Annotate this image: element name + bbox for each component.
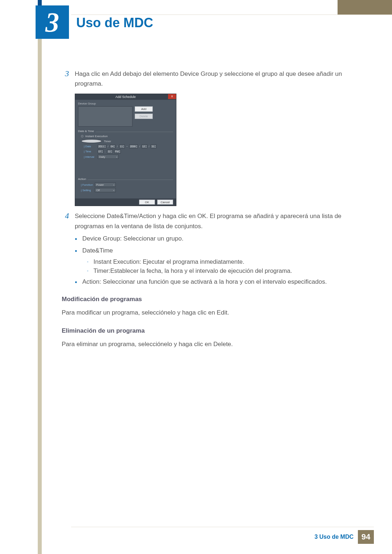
- sep: /: [139, 145, 140, 148]
- list-text: Date&Time: [82, 246, 113, 255]
- date-row: | Date 2011▴▾ / 04▴▾ / 11▴▾ ~ 2099▴▾ / 1…: [84, 144, 173, 148]
- setting-select[interactable]: Off▾: [95, 188, 116, 192]
- list-text: Device Group: Seleccionar un grupo.: [82, 234, 184, 243]
- bullet-icon: ●: [75, 279, 77, 287]
- bullet-icon: ▫: [87, 260, 89, 265]
- list-item: ▫Instant Execution: Ejecutar el programa…: [87, 258, 367, 265]
- month-to-stepper[interactable]: 12▴▾: [142, 144, 147, 148]
- bullet-icon: ●: [75, 236, 77, 243]
- tilde: ~: [126, 145, 128, 148]
- close-icon[interactable]: x: [168, 94, 176, 99]
- interval-select[interactable]: Daily▾: [98, 155, 119, 159]
- function-row-label: | Function: [81, 183, 93, 186]
- date-row-label: | Date: [84, 145, 96, 148]
- minute-stepper[interactable]: 22▴▾: [107, 149, 113, 153]
- section-body-delete: Para eliminar un programa, selecciónelo …: [62, 340, 367, 349]
- setting-row: | Setting Off▾: [81, 188, 173, 192]
- page-number: 94: [358, 530, 374, 544]
- list-item: ●Date&Time: [75, 246, 367, 255]
- header-accent: [338, 0, 392, 15]
- action-label: Action: [78, 177, 87, 181]
- delete-button: Delete: [135, 114, 153, 119]
- add-button[interactable]: Add: [135, 106, 153, 112]
- time-row-label: | Time: [84, 150, 96, 153]
- year-to-stepper[interactable]: 2099▴▾: [129, 144, 138, 148]
- section-heading-delete: Eliminación de un programa: [62, 327, 367, 335]
- datetime-label: Date & Time: [78, 130, 95, 133]
- list-text: Instant Execution: Ejecutar el programa …: [94, 258, 244, 265]
- step-text: Haga clic en Add debajo del elemento Dev…: [75, 69, 367, 89]
- sep: /: [149, 145, 150, 148]
- instant-execution-radio[interactable]: Instant Execution: [81, 135, 173, 138]
- cancel-button[interactable]: Cancel: [157, 200, 173, 205]
- dialog-title: Add Schedule x: [75, 94, 176, 100]
- footer-text: 3 Uso de MDC: [314, 534, 354, 540]
- ampm-stepper[interactable]: PM▴▾: [114, 149, 121, 153]
- interval-row-label: | Interval: [84, 155, 96, 159]
- header-rule: [71, 15, 392, 15]
- day-from-stepper[interactable]: 11▴▾: [119, 144, 125, 148]
- col: :: [105, 150, 106, 153]
- page-title: Uso de MDC: [76, 15, 153, 30]
- list-text: Action: Seleccionar una función que se a…: [82, 277, 327, 287]
- device-group-label: Device Group: [78, 102, 173, 105]
- sep: /: [108, 145, 109, 148]
- sep: /: [117, 145, 118, 148]
- page-footer: 3 Uso de MDC 94: [314, 530, 374, 544]
- list-text: Timer:Establecer la fecha, la hora y el …: [94, 267, 292, 274]
- footer-rule: [71, 527, 374, 527]
- year-from-stepper[interactable]: 2011▴▾: [98, 144, 106, 148]
- list-item: ●Action: Seleccionar una función que se …: [75, 277, 367, 287]
- dialog-title-text: Add Schedule: [115, 95, 136, 99]
- content-area: 3 Haga clic en Add debajo del elemento D…: [62, 69, 367, 349]
- month-from-stepper[interactable]: 04▴▾: [110, 144, 116, 148]
- step-number: 3: [62, 69, 69, 89]
- time-row: | Time 07▴▾ : 22▴▾ PM▴▾: [84, 149, 173, 153]
- section-heading-modify: Modificación de programas: [62, 296, 367, 303]
- timer-radio[interactable]: Timer: [81, 139, 173, 143]
- bullet-icon: ●: [75, 248, 77, 255]
- left-rail-bar: [38, 36, 42, 554]
- instant-execution-label: Instant Execution: [85, 135, 107, 138]
- bullet-icon: ▫: [87, 269, 89, 274]
- function-select[interactable]: Power▾: [95, 182, 116, 187]
- hour-stepper[interactable]: 07▴▾: [98, 149, 103, 153]
- list-item: ●Device Group: Seleccionar un grupo.: [75, 234, 367, 243]
- section-body-modify: Para modificar un programa, selecciónelo…: [62, 308, 367, 317]
- interval-row: | Interval Daily▾: [84, 155, 173, 159]
- ok-button[interactable]: OK: [139, 200, 155, 205]
- step-text: Seleccione Date&Time/Action y haga clic …: [75, 211, 367, 231]
- step-3: 3 Haga clic en Add debajo del elemento D…: [62, 69, 367, 89]
- function-row: | Function Power▾: [81, 182, 173, 187]
- add-schedule-dialog-screenshot: Add Schedule x Device Group Add Delete D…: [75, 94, 176, 206]
- chapter-badge: 3: [36, 5, 69, 39]
- list-item: ▫Timer:Establecer la fecha, la hora y el…: [87, 267, 367, 274]
- device-group-list[interactable]: [78, 106, 132, 127]
- timer-label: Timer: [104, 140, 111, 143]
- step-number: 4: [62, 211, 69, 231]
- day-to-stepper[interactable]: 31▴▾: [151, 144, 156, 148]
- setting-row-label: | Setting: [81, 189, 93, 192]
- step-4: 4 Seleccione Date&Time/Action y haga cli…: [62, 211, 367, 231]
